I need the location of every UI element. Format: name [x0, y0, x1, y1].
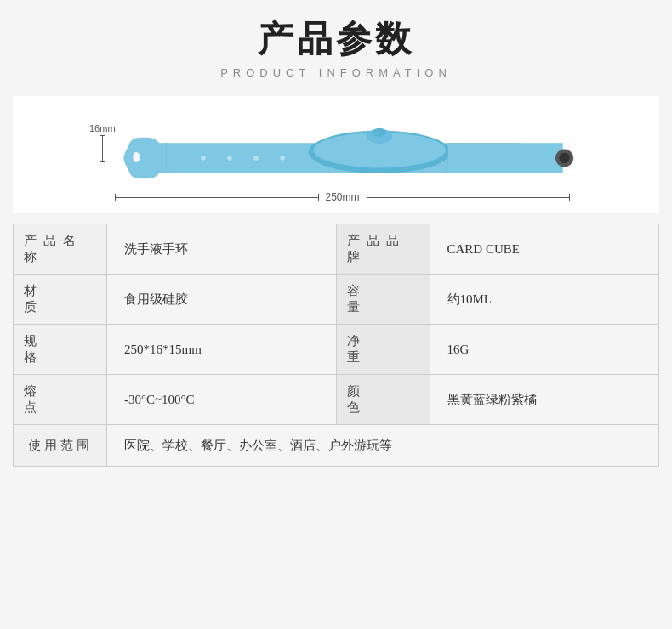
dimension-16mm-label: 16mm: [89, 123, 116, 162]
value-melting-point: -30°C~100°C: [107, 375, 337, 424]
label-brand: 产品品牌: [337, 224, 430, 274]
label-material: 材 质: [14, 275, 107, 324]
svg-point-9: [373, 128, 387, 137]
label-weight: 净 重: [337, 325, 430, 374]
label-spec: 规 格: [14, 325, 107, 374]
page-title-zh: 产品参数: [0, 15, 672, 63]
svg-point-12: [559, 153, 569, 163]
label-melting-point: 熔 点: [14, 375, 107, 424]
table-row: 材 质 食用级硅胶 容 量 约10ML: [14, 275, 658, 325]
value-material: 食用级硅胶: [107, 275, 337, 324]
bracelet-container: 16mm: [89, 111, 583, 205]
svg-point-4: [253, 156, 259, 161]
page-title-en: PRODUCT INFORMATION: [0, 66, 672, 79]
svg-point-5: [280, 156, 285, 161]
value-brand: CARD CUBE: [430, 224, 659, 274]
svg-point-2: [201, 156, 206, 161]
dimension-250mm: 250mm: [98, 191, 570, 203]
label-capacity: 容 量: [337, 275, 430, 324]
specs-table: 产品名称 洗手液手环 产品品牌 CARD CUBE 材 质 食用级硅胶 容 量: [13, 224, 659, 467]
table-row: 规 格 250*16*15mm 净 重 16G: [14, 325, 658, 375]
svg-point-3: [227, 156, 232, 161]
table-row: 使用范围 医院、学校、餐厅、办公室、酒店、户外游玩等: [14, 425, 658, 466]
svg-rect-10: [448, 143, 563, 173]
svg-rect-0: [133, 152, 140, 162]
page: 产品参数 PRODUCT INFORMATION 16mm: [0, 0, 672, 629]
dim-250mm-text: 250mm: [319, 191, 367, 203]
value-product-name: 洗手液手环: [107, 224, 337, 274]
value-capacity: 约10ML: [430, 275, 659, 324]
value-color: 黑黄蓝绿粉紫橘: [430, 375, 659, 424]
label-usage: 使用范围: [14, 425, 107, 466]
value-weight: 16G: [430, 325, 659, 374]
table-row: 产品名称 洗手液手环 产品品牌 CARD CUBE: [14, 224, 658, 275]
label-color: 颜 色: [337, 375, 430, 424]
product-image-section: 16mm: [13, 96, 659, 213]
label-product-name: 产品名称: [14, 224, 107, 274]
dim-16mm-text: 16mm: [89, 123, 116, 133]
header-section: 产品参数 PRODUCT INFORMATION: [0, 0, 672, 84]
value-spec: 250*16*15mm: [107, 325, 337, 374]
table-row: 熔 点 -30°C~100°C 颜 色 黑黄蓝绿粉紫橘: [14, 375, 658, 425]
value-usage: 医院、学校、餐厅、办公室、酒店、户外游玩等: [107, 425, 658, 466]
